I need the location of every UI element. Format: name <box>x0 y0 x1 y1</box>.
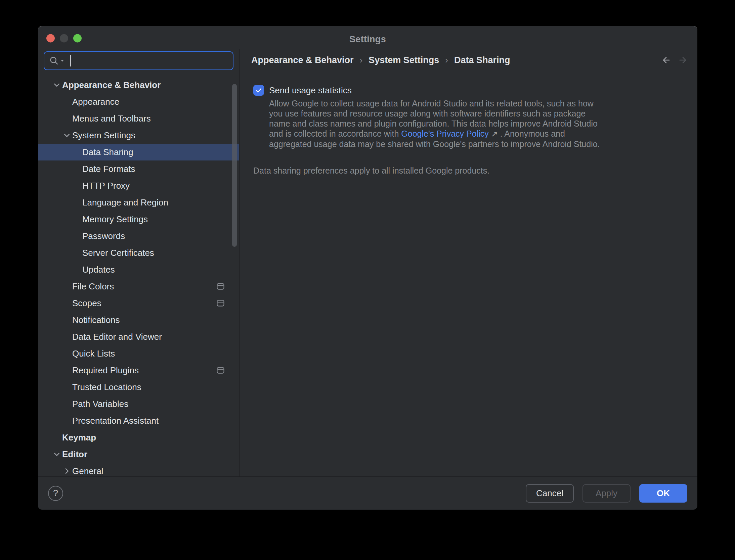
sidebar-item-label: Presentation Assistant <box>72 416 159 426</box>
privacy-policy-link[interactable]: Google's Privacy Policy <box>401 129 488 138</box>
search-icon <box>49 56 64 66</box>
sidebar-item-editor[interactable]: Editor <box>38 446 239 463</box>
sidebar-item-appearance[interactable]: Appearance <box>38 93 239 110</box>
project-settings-icon <box>217 300 224 307</box>
window-title: Settings <box>349 30 386 45</box>
usage-statistics-description: Allow Google to collect usage data for A… <box>269 98 600 149</box>
sidebar-item-scopes[interactable]: Scopes <box>38 295 239 312</box>
sidebar-item-updates[interactable]: Updates <box>38 261 239 278</box>
breadcrumb-separator: › <box>445 55 448 65</box>
sidebar-item-file-colors[interactable]: File Colors <box>38 278 239 295</box>
sidebar-item-label: Required Plugins <box>72 365 139 376</box>
help-button[interactable]: ? <box>48 486 63 501</box>
breadcrumb-appearance-behavior[interactable]: Appearance & Behavior <box>251 55 354 65</box>
chevron-down-icon <box>61 98 72 106</box>
sidebar-item-data-sharing[interactable]: Data Sharing <box>38 144 239 160</box>
chevron-down-icon <box>61 366 72 374</box>
sidebar-item-server-certificates[interactable]: Server Certificates <box>38 244 239 261</box>
cancel-button[interactable]: Cancel <box>526 484 574 503</box>
traffic-lights <box>46 34 82 43</box>
close-window-button[interactable] <box>46 34 55 43</box>
sidebar-item-label: Date Formats <box>82 164 135 174</box>
chevron-down-icon <box>61 114 72 123</box>
sidebar-item-label: General <box>72 466 103 476</box>
sidebar-item-menus-and-toolbars[interactable]: Menus and Toolbars <box>38 110 239 127</box>
sidebar-item-quick-lists[interactable]: Quick Lists <box>38 345 239 362</box>
sidebar-item-path-variables[interactable]: Path Variables <box>38 395 239 412</box>
send-usage-statistics-label: Send usage statistics <box>269 85 352 96</box>
chevron-down-icon <box>72 198 82 206</box>
chevron-down-icon <box>61 383 72 391</box>
sidebar-item-label: Server Certificates <box>82 248 154 258</box>
sidebar-item-notifications[interactable]: Notifications <box>38 312 239 328</box>
breadcrumb-data-sharing[interactable]: Data Sharing <box>454 55 510 65</box>
sidebar-item-system-settings[interactable]: System Settings <box>38 127 239 144</box>
chevron-down-icon <box>51 433 62 441</box>
sidebar-item-label: Memory Settings <box>82 214 148 225</box>
breadcrumb: Appearance & Behavior › System Settings … <box>251 55 510 65</box>
chevron-down-icon <box>61 299 72 307</box>
sidebar-item-required-plugins[interactable]: Required Plugins <box>38 362 239 379</box>
sidebar-item-label: HTTP Proxy <box>82 181 130 191</box>
ok-button[interactable]: OK <box>639 484 687 503</box>
sidebar-item-presentation-assistant[interactable]: Presentation Assistant <box>38 412 239 429</box>
chevron-down-icon <box>72 148 82 156</box>
sidebar-item-date-formats[interactable]: Date Formats <box>38 160 239 177</box>
chevron-down-icon <box>61 400 72 408</box>
sidebar-item-trusted-locations[interactable]: Trusted Locations <box>38 379 239 395</box>
sidebar-item-language-and-region[interactable]: Language and Region <box>38 194 239 211</box>
chevron-down-icon <box>72 165 82 173</box>
breadcrumb-system-settings[interactable]: System Settings <box>369 55 439 65</box>
sidebar-item-label: Appearance & Behavior <box>62 80 161 90</box>
sidebar-item-label: Language and Region <box>82 197 168 208</box>
zoom-window-button[interactable] <box>73 34 82 43</box>
chevron-down-icon <box>72 232 82 240</box>
send-usage-statistics-row: Send usage statistics <box>253 85 684 96</box>
chevron-down-icon <box>61 131 72 139</box>
sidebar-item-label: Keymap <box>62 432 96 443</box>
search-box[interactable] <box>44 51 233 70</box>
footer-bar: ? Cancel Apply OK <box>38 476 697 510</box>
data-sharing-note: Data sharing preferences apply to all in… <box>253 166 684 176</box>
chevron-down-icon <box>51 450 62 458</box>
sidebar-item-appearance-behavior[interactable]: Appearance & Behavior <box>38 77 239 93</box>
sidebar-item-keymap[interactable]: Keymap <box>38 429 239 446</box>
apply-button[interactable]: Apply <box>582 484 631 503</box>
minimize-window-button[interactable] <box>60 34 68 43</box>
sidebar-item-label: Passwords <box>82 231 125 241</box>
sidebar-item-label: System Settings <box>72 130 135 141</box>
sidebar-item-label: Data Editor and Viewer <box>72 332 162 342</box>
project-settings-icon <box>217 367 224 374</box>
sidebar-item-general[interactable]: General <box>38 463 239 476</box>
chevron-down-icon <box>61 282 72 290</box>
chevron-down-icon <box>72 249 82 257</box>
search-options-chevron-icon <box>60 59 64 62</box>
sidebar-item-label: Updates <box>82 265 115 275</box>
settings-sidebar: Appearance & Behavior Appearance Menus a… <box>38 49 239 476</box>
chevron-down-icon <box>72 182 82 190</box>
project-settings-icon <box>217 283 224 290</box>
sidebar-item-label: Data Sharing <box>82 147 133 157</box>
sidebar-item-memory-settings[interactable]: Memory Settings <box>38 211 239 228</box>
settings-tree: Appearance & Behavior Appearance Menus a… <box>38 70 239 476</box>
sidebar-item-data-editor-and-viewer[interactable]: Data Editor and Viewer <box>38 328 239 345</box>
sidebar-item-label: Notifications <box>72 315 120 325</box>
sidebar-item-label: Menus and Toolbars <box>72 113 151 124</box>
send-usage-statistics-checkbox[interactable] <box>253 85 264 96</box>
settings-window: Settings Appearance & Behavior Appearanc… <box>38 26 697 510</box>
sidebar-item-label: Editor <box>62 449 87 460</box>
sidebar-scrollbar[interactable] <box>232 84 237 247</box>
search-input[interactable] <box>74 56 228 66</box>
chevron-down-icon <box>61 349 72 358</box>
sidebar-item-label: Appearance <box>72 97 119 107</box>
chevron-right-icon <box>61 467 72 475</box>
sidebar-item-passwords[interactable]: Passwords <box>38 228 239 244</box>
text-cursor <box>70 55 71 66</box>
sidebar-item-http-proxy[interactable]: HTTP Proxy <box>38 177 239 194</box>
sidebar-item-label: Quick Lists <box>72 348 115 359</box>
chevron-down-icon <box>61 333 72 341</box>
sidebar-item-label: Scopes <box>72 298 101 309</box>
back-arrow-icon[interactable] <box>661 55 671 65</box>
sidebar-item-label: File Colors <box>72 281 114 292</box>
checkmark-icon <box>255 87 262 94</box>
